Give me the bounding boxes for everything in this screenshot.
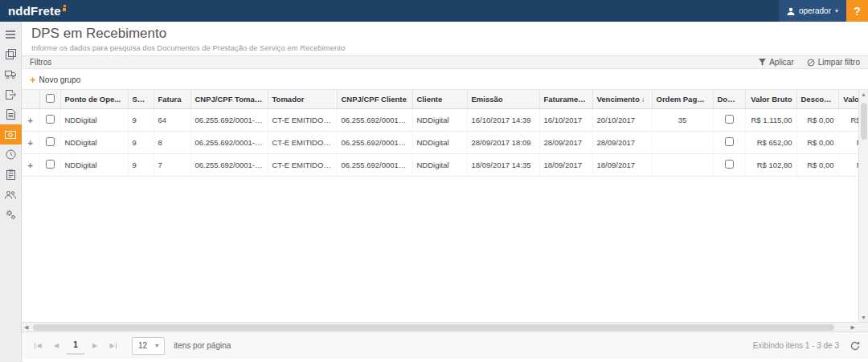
scroll-up-icon[interactable]: ▲: [861, 92, 866, 97]
download-checkbox[interactable]: [725, 115, 734, 124]
expand-row-button[interactable]: +: [28, 138, 33, 148]
clear-filter-label: Limpar filtro: [818, 58, 860, 67]
first-page-button[interactable]: ◀: [30, 338, 46, 354]
chevron-down-icon: ▾: [155, 342, 158, 349]
new-group-label: Novo grupo: [39, 75, 81, 84]
cell-valor_bruto: R$ 652,00: [745, 132, 796, 154]
row-checkbox[interactable]: [46, 115, 55, 124]
cell-ordem_pagamento: [652, 132, 713, 154]
page-header: DPS em Recebimento Informe os dados para…: [22, 22, 868, 55]
column-header-ordem_pagamento[interactable]: Ordem Pagamento: [652, 90, 713, 109]
cell-valor_liquido: R$ 102,80: [838, 154, 858, 177]
row-checkbox[interactable]: [46, 160, 55, 169]
main: DPS em Recebimento Informe os dados para…: [22, 22, 868, 362]
sidebar-item-clipboard[interactable]: [0, 165, 22, 185]
cell-ponto: NDDigital: [60, 109, 128, 132]
column-header-label: CNPJ/CPF Cliente: [342, 95, 407, 104]
column-header-download[interactable]: Downl...: [713, 90, 745, 109]
cell-ponto: NDDigital: [60, 132, 128, 154]
expand-cell: +: [22, 132, 39, 154]
sidebar-item-money[interactable]: [0, 124, 22, 144]
cell-tomador: CT-E EMITIDO EM A...: [268, 154, 337, 177]
cell-cnpj_cliente: 06.255.692/0001-03: [337, 109, 412, 132]
apply-filter-label: Aplicar: [769, 58, 794, 67]
select-cell: [39, 109, 60, 132]
grid-region: Ponto de Ope...SérieFaturaCNPJ/CPF Tomad…: [22, 90, 868, 322]
content: + Novo grupo Ponto de Ope...SérieFaturaC…: [22, 69, 868, 362]
column-header-valor_liquido[interactable]: Valor Líquido: [838, 90, 858, 109]
scroll-right-icon[interactable]: ▶: [851, 324, 855, 331]
filters-title: Filtros: [30, 58, 51, 67]
cell-valor_bruto: R$ 1.115,00: [745, 109, 796, 132]
select-cell: [39, 132, 60, 154]
sidebar-item-clock[interactable]: [0, 144, 22, 165]
expand-row-button[interactable]: +: [28, 116, 33, 125]
column-header-cnpj_cliente[interactable]: CNPJ/CPF Cliente: [337, 90, 412, 109]
apply-filter-button[interactable]: Aplicar: [759, 58, 794, 67]
cell-ponto: NDDigital: [60, 154, 128, 177]
sidebar-item-document[interactable]: [0, 104, 22, 124]
column-header-valor_bruto[interactable]: Valor Bruto: [745, 90, 796, 109]
cell-vencimento: 18/09/2017: [592, 154, 652, 177]
new-group-button[interactable]: + Novo grupo: [30, 75, 80, 84]
column-header-emissao[interactable]: Emissão: [467, 90, 539, 109]
row-checkbox[interactable]: [46, 137, 55, 146]
column-header-ponto[interactable]: Ponto de Ope...: [60, 90, 128, 109]
cell-faturamento: 16/10/2017: [539, 109, 592, 132]
column-header-serie[interactable]: Série: [128, 90, 154, 109]
last-page-button[interactable]: ▶: [105, 338, 121, 354]
column-header-tomador[interactable]: Tomador: [268, 90, 337, 109]
vertical-scrollbar[interactable]: ▲ ▼: [858, 90, 868, 322]
money-icon: [5, 131, 16, 139]
page-size-select[interactable]: 12 ▾: [132, 337, 165, 355]
sidebar: [0, 22, 22, 362]
column-header-cliente[interactable]: Cliente: [412, 90, 467, 109]
cell-cliente: NDDigital: [412, 132, 467, 154]
current-page-button[interactable]: 1: [67, 337, 84, 355]
next-page-button[interactable]: ▶: [87, 338, 103, 354]
column-header-faturamento[interactable]: Faturamento: [539, 90, 592, 109]
column-header-label: Valor Bruto: [751, 95, 792, 104]
pager-right: Exibindo itens 1 - 3 de 3: [753, 341, 860, 351]
download-checkbox[interactable]: [725, 160, 734, 169]
column-header-label: Emissão: [472, 95, 503, 104]
column-header-label: CNPJ/CPF Tomador: [195, 95, 268, 104]
column-header-descontos[interactable]: Descontos: [796, 90, 838, 109]
scroll-left-icon[interactable]: ◀: [24, 324, 28, 331]
sidebar-item-truck[interactable]: [0, 64, 22, 84]
select-all-checkbox[interactable]: [46, 94, 55, 103]
column-header-label: Vencimento: [597, 95, 640, 104]
app: nddFrete operador ▾ ? DPS em Recebimento: [0, 0, 868, 362]
page-subtitle: Informe os dados para pesquisa dos Docum…: [31, 43, 858, 52]
cell-download: [713, 109, 745, 132]
horizontal-scrollbar[interactable]: ◀ ▶: [22, 322, 868, 331]
cell-vencimento: 28/09/2017: [592, 132, 652, 154]
vertical-scroll-thumb[interactable]: [861, 103, 867, 140]
prev-page-button[interactable]: ◀: [48, 338, 64, 354]
grid-table: Ponto de Ope...SérieFaturaCNPJ/CPF Tomad…: [22, 90, 858, 177]
sidebar-item-documents[interactable]: [0, 44, 22, 64]
chevron-down-icon: ▾: [835, 7, 838, 14]
help-button[interactable]: ?: [846, 0, 868, 22]
refresh-button[interactable]: [850, 341, 860, 351]
logo-text: nddFrete: [8, 4, 61, 18]
expand-row-button[interactable]: +: [28, 161, 33, 170]
table-row: +NDDigital96406.255.692/0001-03CT-E EMIT…: [22, 109, 858, 132]
select-cell: [39, 154, 60, 177]
column-header-fatura[interactable]: Fatura: [154, 90, 190, 109]
sidebar-item-users[interactable]: [0, 185, 22, 205]
download-checkbox[interactable]: [725, 137, 734, 146]
clear-filter-button[interactable]: Limpar filtro: [807, 58, 860, 67]
horizontal-scroll-thumb[interactable]: [33, 324, 834, 331]
user-menu[interactable]: operador ▾: [779, 0, 846, 22]
sidebar-item-export[interactable]: [0, 84, 22, 104]
scroll-down-icon[interactable]: ▼: [861, 315, 866, 320]
cell-descontos: R$ 0,00: [796, 154, 838, 177]
column-header-cnpj_tomador[interactable]: CNPJ/CPF Tomador: [190, 90, 268, 109]
sidebar-item-settings[interactable]: [0, 205, 22, 225]
sidebar-item-menu[interactable]: [0, 24, 22, 44]
expand-cell: +: [22, 109, 39, 132]
cell-tomador: CT-E EMITIDO EM A...: [268, 109, 337, 132]
column-header-vencimento[interactable]: Vencimento↓: [592, 90, 652, 109]
cell-emissao: 16/10/2017 14:39: [467, 109, 539, 132]
